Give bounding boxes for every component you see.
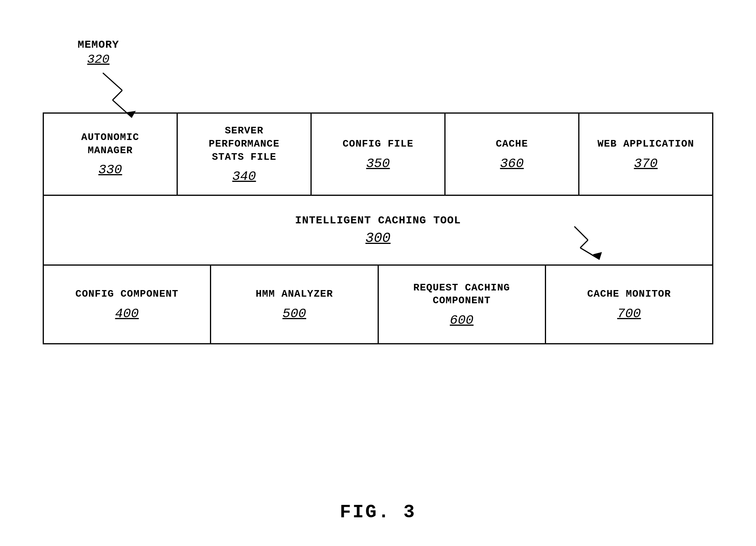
autonomic-manager-title: AUTONOMICMANAGER (81, 131, 139, 157)
intelligent-caching-label: INTELLIGENT CACHING TOOL (295, 214, 461, 226)
svg-line-1 (113, 90, 122, 100)
cache-monitor-num: 700 (617, 306, 641, 321)
figure-label: FIG. 3 (340, 502, 416, 523)
top-cell-web-application: WEB APPLICATION 370 (579, 114, 712, 195)
top-cell-cache: CACHE 360 (446, 114, 579, 195)
server-performance-title: SERVERPERFORMANCESTATS FILE (209, 124, 280, 164)
request-caching-num: 600 (450, 313, 473, 328)
cache-monitor-title: CACHE MONITOR (587, 288, 671, 301)
bottom-row: CONFIG COMPONENT 400 HMM ANALYZER 500 RE… (44, 266, 712, 343)
hmm-analyzer-num: 500 (283, 306, 306, 321)
memory-title: MEMORY (78, 39, 119, 51)
svg-line-0 (103, 73, 122, 90)
memory-number: 320 (78, 52, 119, 67)
main-box: AUTONOMICMANAGER 330 SERVERPERFORMANCEST… (43, 112, 713, 344)
config-file-title: CONFIG FILE (343, 138, 414, 151)
bottom-cell-config-component: CONFIG COMPONENT 400 (44, 266, 211, 343)
top-cell-config-file: CONFIG FILE 350 (312, 114, 446, 195)
middle-row: INTELLIGENT CACHING TOOL 300 (44, 196, 712, 266)
svg-line-4 (574, 226, 588, 240)
middle-arrow-icon (572, 223, 611, 261)
top-cell-server-performance: SERVERPERFORMANCESTATS FILE 340 (178, 114, 312, 195)
server-performance-num: 340 (232, 169, 256, 184)
diagram-container: MEMORY 320 AUTONOMICMANAGER 330 SERVERPE… (31, 23, 725, 515)
web-application-num: 370 (634, 156, 657, 171)
request-caching-title: REQUEST CACHINGCOMPONENT (413, 282, 510, 308)
intelligent-caching-num: 300 (366, 230, 391, 246)
hmm-analyzer-title: HMM ANALYZER (256, 288, 333, 301)
bottom-cell-request-caching: REQUEST CACHINGCOMPONENT 600 (379, 266, 546, 343)
top-row: AUTONOMICMANAGER 330 SERVERPERFORMANCEST… (44, 114, 712, 196)
web-application-title: WEB APPLICATION (597, 138, 694, 151)
autonomic-manager-num: 330 (98, 162, 122, 177)
config-component-title: CONFIG COMPONENT (75, 288, 179, 301)
config-file-num: 350 (366, 156, 390, 171)
cache-title: CACHE (496, 138, 528, 151)
memory-label: MEMORY 320 (78, 39, 119, 67)
cache-num: 360 (500, 156, 524, 171)
svg-line-5 (580, 240, 588, 248)
bottom-cell-hmm-analyzer: HMM ANALYZER 500 (211, 266, 378, 343)
top-cell-autonomic-manager: AUTONOMICMANAGER 330 (44, 114, 178, 195)
intelligent-caching-content: INTELLIGENT CACHING TOOL 300 (295, 214, 461, 246)
config-component-num: 400 (115, 306, 139, 321)
bottom-cell-cache-monitor: CACHE MONITOR 700 (546, 266, 712, 343)
